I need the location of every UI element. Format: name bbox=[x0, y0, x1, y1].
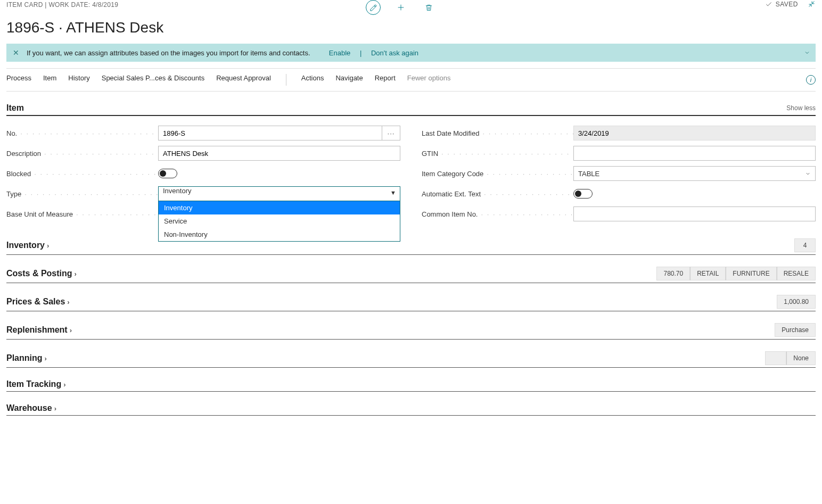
info-icon[interactable]: i bbox=[806, 75, 816, 85]
section-planning-header[interactable]: Planning › bbox=[6, 353, 47, 363]
planning-badge-none: None bbox=[786, 351, 816, 365]
common-no-label: Common Item No. bbox=[422, 210, 573, 218]
section-tracking-title: Item Tracking bbox=[6, 379, 61, 389]
blocked-toggle[interactable] bbox=[158, 169, 177, 178]
description-input[interactable] bbox=[158, 146, 400, 161]
chevron-right-icon: › bbox=[75, 270, 77, 278]
section-inventory-header[interactable]: Inventory › bbox=[6, 241, 49, 250]
show-less-link[interactable]: Show less bbox=[786, 104, 816, 112]
category-select[interactable]: TABLE bbox=[573, 166, 816, 181]
menu-request-approval[interactable]: Request Approval bbox=[216, 74, 271, 86]
chevron-right-icon: › bbox=[63, 381, 65, 389]
section-replenishment-title: Replenishment bbox=[6, 325, 68, 335]
menu-actions[interactable]: Actions bbox=[301, 74, 324, 86]
banner-text: If you want, we can assign attributes ba… bbox=[27, 49, 310, 57]
chevron-right-icon: › bbox=[47, 242, 49, 250]
chevron-right-icon: › bbox=[45, 354, 47, 362]
chevron-right-icon: › bbox=[70, 326, 72, 334]
description-label: Description bbox=[6, 150, 158, 158]
saved-label: SAVED bbox=[776, 1, 798, 8]
costs-badge-resale: RESALE bbox=[777, 267, 816, 280]
planning-badge-blank bbox=[765, 351, 786, 365]
section-prices-title: Prices & Sales bbox=[6, 297, 65, 307]
separator: | bbox=[358, 49, 364, 57]
section-item-header[interactable]: Item bbox=[6, 103, 24, 113]
costs-badge-furniture: FURNITURE bbox=[726, 267, 776, 280]
category-label: Item Category Code bbox=[422, 170, 573, 178]
common-no-input[interactable] bbox=[573, 206, 816, 221]
menu-report[interactable]: Report bbox=[375, 74, 396, 86]
section-tracking-header[interactable]: Item Tracking › bbox=[6, 379, 66, 389]
section-inventory-title: Inventory bbox=[6, 241, 45, 250]
chevron-right-icon: › bbox=[67, 298, 69, 306]
banner-chevron[interactable] bbox=[804, 49, 810, 56]
menu-special-prices[interactable]: Special Sales P...ces & Discounts bbox=[102, 74, 204, 86]
dont-ask-link[interactable]: Don't ask again bbox=[371, 49, 418, 57]
collapse-icon bbox=[808, 0, 816, 8]
no-lookup-button[interactable]: ··· bbox=[382, 126, 400, 141]
plus-icon bbox=[397, 3, 405, 12]
auto-ext-label: Automatic Ext. Text bbox=[422, 190, 573, 198]
close-icon[interactable]: ✕ bbox=[13, 48, 19, 57]
type-option-inventory[interactable]: Inventory bbox=[159, 201, 400, 214]
type-option-service[interactable]: Service bbox=[159, 214, 400, 228]
last-date-field bbox=[573, 126, 816, 141]
blocked-label: Blocked bbox=[6, 170, 158, 178]
type-option-noninventory[interactable]: Non-Inventory bbox=[159, 228, 400, 241]
no-label: No. bbox=[6, 129, 158, 137]
section-planning-title: Planning bbox=[6, 353, 43, 363]
chevron-down-icon bbox=[804, 49, 810, 56]
chevron-right-icon: › bbox=[54, 404, 56, 412]
menu-history[interactable]: History bbox=[68, 74, 89, 86]
page-title: 1896-S · ATHENS Desk bbox=[6, 19, 816, 36]
pencil-icon bbox=[369, 4, 377, 12]
type-select[interactable]: Inventory bbox=[158, 186, 400, 201]
menu-item[interactable]: Item bbox=[43, 74, 56, 86]
menu-divider bbox=[286, 74, 286, 86]
menu-process[interactable]: Process bbox=[6, 74, 31, 86]
last-date-label: Last Date Modified bbox=[422, 129, 573, 137]
delete-button[interactable] bbox=[421, 0, 436, 15]
section-costs-title: Costs & Posting bbox=[6, 269, 72, 278]
section-warehouse-header[interactable]: Warehouse › bbox=[6, 403, 56, 413]
enable-link[interactable]: Enable bbox=[329, 49, 350, 57]
new-button[interactable] bbox=[393, 0, 408, 15]
category-value: TABLE bbox=[578, 170, 599, 178]
costs-badge-retail: RETAIL bbox=[690, 267, 726, 280]
menu-navigate[interactable]: Navigate bbox=[335, 74, 363, 86]
chevron-down-icon bbox=[805, 171, 811, 177]
costs-badge-amount: 780.70 bbox=[656, 267, 690, 280]
auto-ext-toggle[interactable] bbox=[573, 189, 593, 199]
section-replenishment-header[interactable]: Replenishment › bbox=[6, 325, 72, 335]
breadcrumb: ITEM CARD | WORK DATE: 4/8/2019 bbox=[6, 0, 118, 9]
type-dropdown: Inventory Service Non-Inventory bbox=[158, 201, 400, 242]
gtin-input[interactable] bbox=[573, 146, 816, 161]
attribute-suggestion-banner: ✕ If you want, we can assign attributes … bbox=[6, 44, 816, 62]
section-item-title: Item bbox=[6, 103, 24, 113]
inventory-badge: 4 bbox=[794, 238, 816, 252]
section-costs-header[interactable]: Costs & Posting › bbox=[6, 269, 77, 278]
type-label: Type bbox=[6, 190, 158, 198]
saved-status: SAVED bbox=[765, 1, 798, 8]
section-warehouse-title: Warehouse bbox=[6, 403, 52, 413]
buom-label: Base Unit of Measure bbox=[6, 210, 158, 218]
collapse-button[interactable] bbox=[808, 0, 816, 8]
edit-button[interactable] bbox=[366, 0, 381, 15]
trash-icon bbox=[425, 4, 433, 12]
check-icon bbox=[765, 1, 772, 8]
prices-badge: 1,000.80 bbox=[777, 295, 816, 309]
section-prices-header[interactable]: Prices & Sales › bbox=[6, 297, 70, 307]
replenishment-badge: Purchase bbox=[775, 323, 816, 337]
gtin-label: GTIN bbox=[422, 150, 573, 158]
menu-fewer-options[interactable]: Fewer options bbox=[407, 74, 451, 86]
no-input[interactable] bbox=[158, 126, 382, 141]
